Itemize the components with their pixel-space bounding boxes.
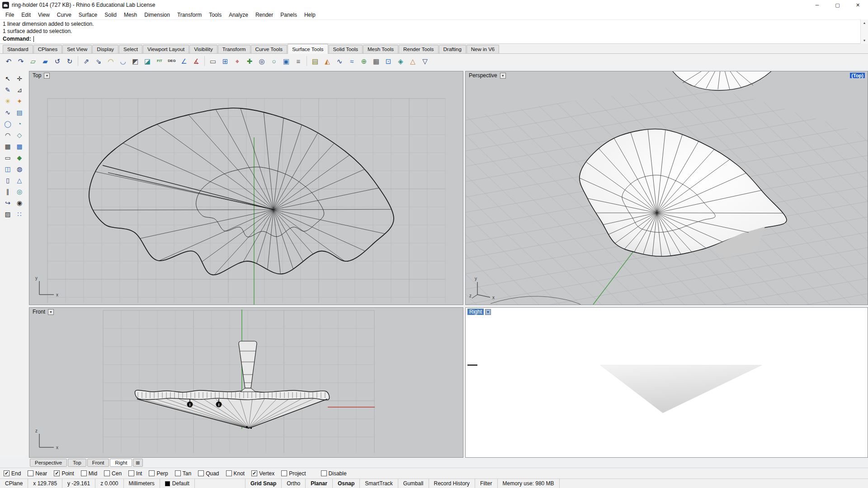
toolbar-tab[interactable]: Set View: [62, 45, 92, 53]
toolbar-icon[interactable]: ↻: [64, 55, 75, 67]
viewport-front[interactable]: !! Front ▼ z x: [29, 307, 463, 458]
toolbar-icon[interactable]: ▦: [370, 55, 382, 67]
viewport-right[interactable]: Right ▼: [465, 307, 868, 458]
toolbar-tab[interactable]: Visibility: [189, 45, 217, 53]
sidebar-tool-icon[interactable]: △: [14, 174, 25, 186]
status-item[interactable]: z 0.000: [95, 479, 123, 488]
toolbar-icon[interactable]: DEG: [166, 55, 178, 67]
status-item[interactable]: SmartTrack: [360, 479, 398, 488]
sidebar-tool-icon[interactable]: ▩: [14, 141, 25, 152]
status-item[interactable]: Gumball: [398, 479, 429, 488]
sidebar-tool-icon[interactable]: ∥: [2, 186, 14, 197]
toolbar-icon[interactable]: ∠: [178, 55, 190, 67]
viewport-title-front[interactable]: Front ▼: [31, 309, 54, 315]
checkbox[interactable]: [81, 470, 87, 476]
menu-item[interactable]: Surface: [75, 11, 101, 19]
toolbar-icon[interactable]: ▽: [419, 55, 431, 67]
checkbox[interactable]: [226, 470, 232, 476]
toolbar-icon[interactable]: ◡: [117, 55, 129, 67]
maximize-button[interactable]: ▢: [827, 0, 848, 10]
viewport-tab[interactable]: Perspective: [30, 459, 67, 467]
toolbar-icon[interactable]: ⇗: [80, 55, 92, 67]
status-item[interactable]: Filter: [475, 479, 498, 488]
checkbox[interactable]: [281, 470, 287, 476]
sidebar-tool-icon[interactable]: ▨: [2, 208, 14, 220]
osnap-toggle[interactable]: ✓ Point: [54, 470, 74, 477]
viewport-perspective[interactable]: Perspective ▼ (Top) y x z: [465, 71, 868, 305]
toolbar-tab[interactable]: Drafting: [439, 45, 466, 53]
sidebar-tool-icon[interactable]: ✳: [2, 95, 14, 107]
menu-item[interactable]: Render: [252, 11, 277, 19]
toolbar-icon[interactable]: ≈: [346, 55, 358, 67]
toolbar-icon[interactable]: FIT: [154, 55, 165, 67]
checkbox[interactable]: ✓: [251, 470, 257, 476]
toolbar-icon[interactable]: ▰: [39, 55, 51, 67]
toolbar-icon[interactable]: [76, 55, 80, 67]
scroll-down-icon[interactable]: ▼: [861, 37, 868, 44]
menu-item[interactable]: Transform: [174, 11, 205, 19]
toolbar-icon[interactable]: ◭: [321, 55, 333, 67]
toolbar-icon[interactable]: ◈: [395, 55, 406, 67]
status-item[interactable]: [195, 479, 245, 488]
osnap-toggle[interactable]: ✓ End: [4, 470, 21, 477]
sidebar-tool-icon[interactable]: ◇: [14, 129, 25, 141]
sidebar-tool-icon[interactable]: ◍: [14, 163, 25, 174]
toolbar-icon[interactable]: [203, 55, 207, 67]
viewport-dropdown-icon[interactable]: ▼: [485, 309, 491, 315]
toolbar-icon[interactable]: ∿: [334, 55, 345, 67]
toolbar-tab[interactable]: Display: [92, 45, 118, 53]
toolbar-tab[interactable]: Select: [119, 45, 142, 53]
sidebar-tool-icon[interactable]: ▦: [2, 141, 14, 152]
osnap-toggle[interactable]: Project: [281, 470, 306, 477]
sidebar-tool-icon[interactable]: ◉: [14, 197, 25, 208]
checkbox[interactable]: [28, 470, 33, 476]
sidebar-tool-icon[interactable]: ◯: [2, 118, 14, 129]
sidebar-tool-icon[interactable]: ◫: [2, 163, 14, 174]
toolbar-icon[interactable]: ✚: [244, 55, 255, 67]
toolbar-icon[interactable]: △: [407, 55, 419, 67]
toolbar-icon[interactable]: ▭: [207, 55, 219, 67]
checkbox[interactable]: [198, 470, 204, 476]
menu-item[interactable]: Curve: [53, 11, 75, 19]
toolbar-icon[interactable]: ▱: [27, 55, 39, 67]
viewport-title-perspective[interactable]: Perspective ▼: [467, 72, 506, 79]
sidebar-tool-icon[interactable]: ∷: [14, 208, 25, 220]
toolbar-icon[interactable]: ⊕: [358, 55, 370, 67]
toolbar-tab[interactable]: Curve Tools: [251, 45, 288, 53]
checkbox[interactable]: [175, 470, 181, 476]
checkbox[interactable]: ✓: [54, 470, 60, 476]
status-item[interactable]: Record History: [429, 479, 475, 488]
viewport-dropdown-icon[interactable]: ▼: [48, 309, 54, 315]
toolbar-icon[interactable]: [305, 55, 309, 67]
checkbox[interactable]: [128, 470, 134, 476]
viewport-tab[interactable]: Top: [68, 459, 86, 467]
menu-item[interactable]: Solid: [101, 11, 120, 19]
toolbar-tab[interactable]: Standard: [3, 45, 33, 53]
viewport-title-right[interactable]: Right ▼: [467, 309, 491, 315]
sidebar-tool-icon[interactable]: ↖: [2, 73, 14, 84]
toolbar-icon[interactable]: ↶: [3, 55, 14, 67]
toolbar-icon[interactable]: ⇘: [93, 55, 104, 67]
toolbar-icon[interactable]: ↷: [15, 55, 27, 67]
sidebar-tool-icon[interactable]: ∿: [2, 107, 14, 118]
status-item[interactable]: Ortho: [282, 479, 306, 488]
command-scrollbar[interactable]: ▲ ▼: [860, 19, 868, 44]
sidebar-tool-icon[interactable]: ◔: [14, 118, 25, 129]
toolbar-icon[interactable]: ⊡: [382, 55, 394, 67]
viewport-canvas-front[interactable]: !!: [29, 308, 463, 457]
osnap-toggle[interactable]: Cen: [104, 470, 122, 477]
checkbox[interactable]: [104, 470, 110, 476]
command-prompt[interactable]: Command:: [0, 34, 868, 44]
menu-item[interactable]: Dimension: [141, 11, 174, 19]
status-item[interactable]: CPlane: [0, 479, 28, 488]
status-item[interactable]: Default: [160, 479, 195, 488]
viewport-canvas-right[interactable]: [466, 308, 868, 457]
viewport-dropdown-icon[interactable]: ▼: [500, 73, 506, 79]
osnap-toggle[interactable]: Quad: [198, 470, 219, 477]
close-button[interactable]: ✕: [848, 0, 868, 10]
viewport-dropdown-icon[interactable]: ▼: [44, 73, 50, 79]
viewport-tab[interactable]: Right: [110, 459, 132, 467]
osnap-toggle[interactable]: Near: [28, 470, 47, 477]
toolbar-tab[interactable]: Viewport Layout: [143, 45, 189, 53]
toolbar-tab[interactable]: Solid Tools: [329, 45, 363, 53]
